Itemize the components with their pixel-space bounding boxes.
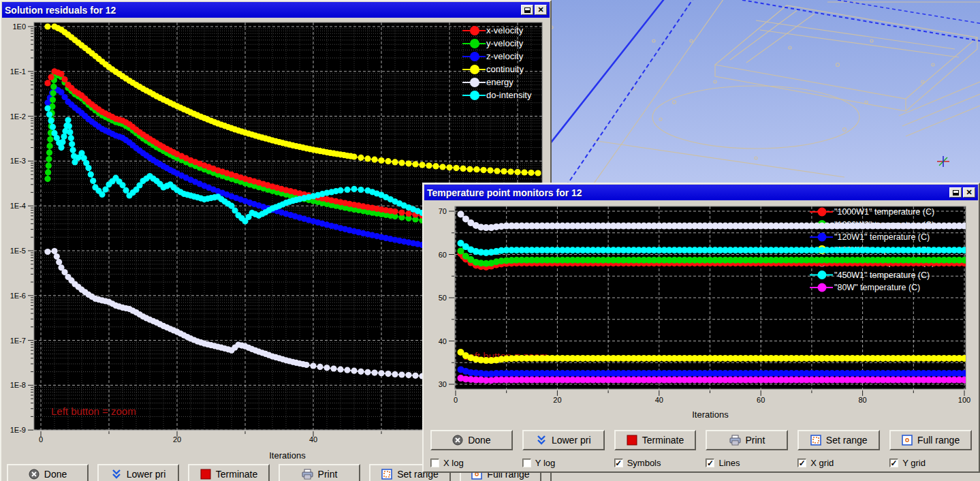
data-point [358, 369, 364, 375]
data-point [405, 161, 411, 167]
window-title: Temperature point monitors for 12 [427, 187, 948, 198]
minimize-button[interactable] [949, 187, 962, 198]
temperature-checkbox-lines[interactable]: ✓Lines [706, 458, 788, 468]
temperature-terminate-button[interactable]: Terminate [614, 430, 697, 450]
legend-marker [470, 78, 479, 87]
data-point [351, 368, 357, 374]
checkbox-checked-icon: ✓ [797, 459, 806, 467]
data-point [961, 223, 968, 230]
data-point [44, 249, 50, 255]
temperature-checkbox-x-log[interactable]: X log [430, 458, 513, 468]
data-point [473, 166, 479, 172]
data-point [412, 161, 418, 167]
data-point [961, 377, 968, 384]
data-point [528, 170, 534, 176]
legend-label: z-velocity [486, 51, 524, 61]
desktop: { "app": { "background_name": "3d-model-… [0, 0, 980, 481]
data-point [521, 169, 527, 175]
temperature-chart[interactable]: 7060504030020406080100Iterations"1000W1"… [424, 201, 979, 429]
data-point [392, 371, 398, 377]
legend-marker [470, 39, 479, 48]
button-label: Print [318, 469, 338, 480]
residuals-print-button[interactable]: Print [279, 464, 360, 481]
temperature-print-button[interactable]: Print [706, 430, 788, 450]
checkbox-label: X grid [810, 458, 834, 468]
data-point [378, 370, 384, 376]
temperature-checkbox-y-log[interactable]: Y log [522, 458, 605, 468]
svg-text:60: 60 [439, 251, 447, 259]
checkbox-checked-icon: ✓ [706, 459, 714, 467]
done-icon [452, 435, 463, 446]
svg-text:40: 40 [309, 435, 317, 444]
residuals-terminate-button[interactable]: Terminate [188, 464, 270, 481]
title-bar[interactable]: Solution residuals for 12 ✕ [2, 2, 550, 18]
checkbox-label: Y log [535, 458, 555, 468]
data-point [46, 163, 52, 169]
temperature-checkbox-symbols[interactable]: ✓Symbols [614, 458, 697, 468]
checkbox-label: Y grid [902, 458, 926, 468]
temperature-window: Temperature point monitors for 12 ✕ 7060… [422, 183, 980, 473]
residuals-lower-pri-button[interactable]: Lower pri [97, 464, 179, 481]
button-label: Done [44, 469, 67, 480]
legend-marker [818, 233, 827, 242]
viewport-background [552, 0, 980, 184]
temperature-lower-pri-button[interactable]: Lower pri [522, 430, 605, 450]
temperature-checkbox-y-grid[interactable]: ✓Y grid [889, 458, 972, 468]
legend-label: energy [486, 77, 513, 87]
svg-text:0: 0 [39, 435, 43, 444]
temperature-done-button[interactable]: Done [430, 430, 513, 450]
temperature-full-range-button[interactable]: Full range [889, 430, 972, 450]
residuals-done-button[interactable]: Done [7, 464, 89, 481]
close-button[interactable]: ✕ [535, 5, 547, 15]
model-wireframe [552, 0, 980, 184]
data-point [398, 160, 405, 166]
close-button[interactable]: ✕ [963, 187, 975, 198]
data-point [371, 157, 377, 163]
data-point [58, 144, 64, 151]
svg-text:1E-8: 1E-8 [10, 381, 26, 389]
title-bar[interactable]: Temperature point monitors for 12 ✕ [424, 185, 978, 200]
button-label: Done [468, 435, 490, 446]
data-point [85, 165, 91, 171]
data-point [50, 90, 57, 96]
minimize-button[interactable] [521, 5, 533, 15]
temperature-button-row: DoneLower priTerminatePrintSet rangeFull… [424, 430, 979, 450]
data-point [364, 369, 370, 375]
print-icon [302, 469, 313, 480]
terminate-icon [200, 469, 211, 480]
data-point [54, 253, 60, 260]
data-point [69, 141, 75, 147]
x-axis-label: Iterations [269, 450, 306, 461]
lower-priority-icon [536, 435, 547, 446]
svg-text:1E-1: 1E-1 [10, 67, 26, 76]
data-point [65, 117, 71, 123]
checkbox-checked-icon: ✓ [614, 459, 623, 467]
svg-text:60: 60 [757, 396, 765, 404]
checkbox-label: Symbols [627, 458, 661, 468]
legend-label: "450W1" temperature (C) [834, 270, 930, 280]
data-point [44, 176, 50, 182]
temperature-checkbox-x-grid[interactable]: ✓X grid [797, 458, 880, 468]
data-point [44, 105, 50, 111]
svg-text:100: 100 [958, 396, 970, 404]
set-range-icon [381, 469, 392, 480]
button-label: Full range [917, 435, 960, 446]
data-point [50, 84, 57, 90]
3d-viewport[interactable] [552, 0, 980, 184]
data-point [337, 367, 343, 373]
data-point [419, 162, 425, 168]
svg-text:1E-9: 1E-9 [10, 426, 26, 434]
data-point [392, 159, 398, 165]
svg-text:0: 0 [454, 396, 458, 404]
data-point [405, 372, 411, 378]
legend-marker [470, 65, 479, 74]
data-point [480, 167, 486, 173]
legend-marker [818, 208, 827, 217]
temperature-set-range-button[interactable]: Set range [797, 430, 880, 450]
data-point [426, 163, 432, 169]
data-point [385, 371, 391, 377]
data-point [364, 155, 370, 161]
data-point [310, 362, 316, 369]
data-point [66, 123, 72, 129]
minimize-icon [524, 7, 531, 13]
